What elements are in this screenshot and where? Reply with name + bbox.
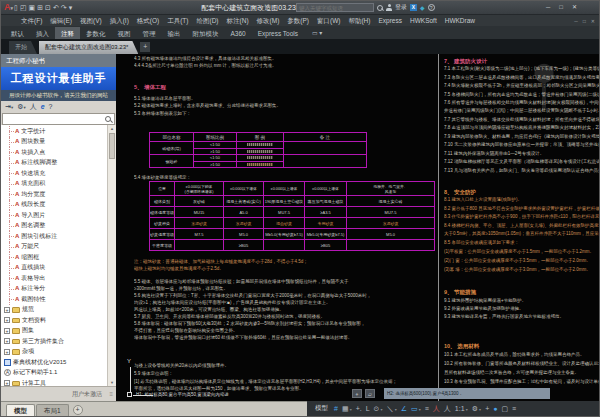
menu-item-14[interactable]: HWKDraw: [441, 15, 479, 26]
ribbon-tab-4[interactable]: 视图: [112, 27, 137, 39]
autoscale-icon[interactable]: 人: [443, 402, 452, 415]
ribbon-tab-9[interactable]: Express Tools: [252, 27, 304, 39]
ribbon-tab-1[interactable]: 插入: [30, 27, 55, 39]
ribbon-tab-3[interactable]: 参数化: [80, 27, 112, 39]
tree-item-6[interactable]: A均分宽度: [1, 189, 107, 200]
tree-item-9[interactable]: A图名调整: [1, 221, 107, 232]
ribbon-tab-7[interactable]: 附加模块: [187, 27, 225, 39]
user-icon[interactable]: 人: [30, 102, 37, 112]
layout-tab-0[interactable]: 模型: [6, 404, 35, 416]
tree-item-21[interactable]: +杂项: [1, 347, 107, 358]
expand-icon[interactable]: +: [4, 307, 10, 313]
menu-item-6[interactable]: 绘图(D): [193, 15, 223, 26]
pickbox-icon[interactable]: ▱: [365, 389, 375, 398]
tree-item-20[interactable]: +第三方插件集合: [1, 336, 107, 347]
menu-item-12[interactable]: Express: [374, 15, 405, 26]
doc-minimize-button[interactable]: ─: [574, 18, 578, 24]
menu-item-9[interactable]: 参数(P): [283, 15, 313, 26]
scrollbar-thumb[interactable]: [109, 133, 115, 159]
tree-item-19[interactable]: +图集: [1, 326, 107, 337]
file-tab-1[interactable]: 配套中心建筑立面改造图03.23*: [39, 41, 138, 54]
login-icon[interactable]: ⇥▾: [5, 102, 13, 113]
object-snap-icon[interactable]: ▭ ▾: [410, 402, 422, 416]
grid-icon[interactable]: #: [333, 402, 339, 415]
clean-screen-icon[interactable]: ▢: [500, 402, 509, 415]
tree-item-14[interactable]: A表格导出: [1, 273, 107, 284]
menu-item-7[interactable]: 标注(N): [223, 15, 253, 26]
save-as-icon[interactable]: ⊞: [37, 3, 43, 12]
ribbon-tab-5[interactable]: 管理: [137, 27, 162, 39]
tree-item-23[interactable]: A标记下料助手1.1: [1, 368, 107, 379]
user-avatar-icon[interactable]: [386, 4, 392, 11]
tree-item-13[interactable]: A直线插块: [1, 263, 107, 274]
ortho-icon[interactable]: L: [365, 402, 371, 415]
tree-item-18[interactable]: +文档资料: [1, 315, 107, 326]
sidebar-search-icon[interactable]: [105, 116, 111, 122]
sign-in-link[interactable]: 登录: [395, 3, 407, 12]
expand-icon[interactable]: +: [4, 338, 10, 344]
customize-menu-icon[interactable]: ≡: [511, 402, 517, 415]
lineweight-icon[interactable]: ≡: [424, 402, 430, 415]
annotation-monitor-icon[interactable]: +: [484, 402, 490, 415]
tree-item-1[interactable]: A图块数量: [1, 137, 107, 148]
expand-icon[interactable]: +: [4, 349, 10, 355]
command-suggestion-tooltip[interactable]: H2: 选择标高600(100),窗户4高1300 。: [384, 388, 550, 399]
ribbon-tab-0[interactable]: 默认: [5, 27, 30, 39]
doc-close-button[interactable]: ✕: [591, 18, 595, 24]
menu-item-3[interactable]: 插入(I): [106, 15, 133, 26]
tree-item-17[interactable]: +规范: [1, 305, 107, 316]
tree-item-10[interactable]: A图块引线标注: [1, 231, 107, 242]
minimize-button[interactable]: ─: [546, 3, 550, 11]
menu-item-0[interactable]: 文件(F): [17, 15, 46, 26]
menu-item-13[interactable]: HWKSoft: [406, 15, 441, 26]
menu-item-5[interactable]: 工具(T): [163, 15, 192, 26]
plot-icon[interactable]: ⊡: [45, 3, 51, 12]
layout-tab-1[interactable]: 布局1: [36, 404, 69, 416]
cloud-icon[interactable]: ◆: [420, 4, 425, 11]
expand-icon[interactable]: +: [4, 317, 10, 323]
tree-item-12[interactable]: A缩图框: [1, 252, 107, 263]
tree-item-16[interactable]: A截图特性: [1, 294, 107, 305]
menu-item-1[interactable]: 编辑(E): [46, 15, 76, 26]
resize-grip-icon[interactable]: ≡: [109, 391, 113, 397]
browser-e-icon[interactable]: e: [41, 102, 45, 112]
model-space-button[interactable]: 模型: [315, 404, 328, 413]
menu-item-10[interactable]: 窗口(W): [313, 15, 344, 26]
undo-icon[interactable]: ↶: [53, 3, 59, 12]
tree-item-8[interactable]: A导入图片: [1, 210, 107, 221]
menu-item-11[interactable]: 帮助(H): [344, 15, 374, 26]
tree-item-22[interactable]: 豪典线材优化V2015: [1, 357, 107, 368]
settings-icon[interactable]: ⚙▾: [17, 102, 26, 113]
scroll-up-icon[interactable]: ▲: [108, 126, 116, 131]
object-snap-tracking-icon[interactable]: ∠: [400, 402, 408, 415]
workspace-gear-icon[interactable]: ⚙ ▾: [471, 402, 482, 416]
doc-restore-button[interactable]: □: [583, 18, 586, 24]
annotation-visibility-icon[interactable]: 人: [432, 402, 441, 415]
search-input[interactable]: [296, 3, 374, 12]
new-file-icon[interactable]: ▯: [14, 3, 18, 12]
add-layout-button[interactable]: +: [73, 405, 83, 415]
maximize-button[interactable]: □: [559, 3, 563, 11]
app-logo-icon[interactable]: A▾: [4, 2, 13, 13]
menu-item-4[interactable]: 格式(O): [133, 15, 163, 26]
snap-mode-icon[interactable]: ▦ ▾: [341, 402, 353, 416]
open-folder-icon[interactable]: ◰: [20, 3, 27, 12]
command-line-text[interactable]: H1: 相对标高80,窗台平均高50,窗顶梁向内缩进: [136, 392, 229, 397]
drawing-canvas[interactable]: 4.3 所有砌筑墙体做法均须符合设计要求，具体做法详见相关标准图集。4.4 4.…: [116, 54, 599, 401]
tree-item-24[interactable]: +计算工具: [1, 378, 107, 386]
polar-tracking-icon[interactable]: ⊙ ▾: [373, 402, 384, 416]
close-button[interactable]: ✕: [572, 3, 577, 11]
tree-item-11[interactable]: A万能尺: [1, 242, 107, 253]
annotation-scale-icon[interactable]: 1:1 ▾: [454, 402, 469, 416]
dynamic-input-icon[interactable]: +.: [355, 402, 363, 415]
tree-item-5[interactable]: A填充面积: [1, 179, 107, 190]
save-icon[interactable]: ▣: [29, 3, 36, 12]
tree-item-4[interactable]: A快速填充: [1, 168, 107, 179]
new-drawing-tab-button[interactable]: +: [140, 42, 150, 52]
expand-icon[interactable]: +: [4, 328, 10, 334]
ribbon-tab-8[interactable]: A360: [225, 27, 252, 39]
search-icon[interactable]: [377, 5, 383, 11]
help-icon[interactable]: ?: [428, 4, 435, 11]
exchange-apps-icon[interactable]: X: [410, 4, 417, 11]
scroll-down-icon[interactable]: ▼: [108, 380, 116, 385]
